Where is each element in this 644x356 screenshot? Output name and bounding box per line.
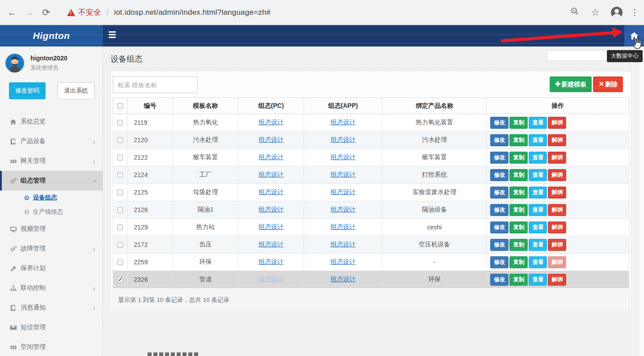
unbind-action-button[interactable]: 解绑	[548, 134, 566, 146]
view-action-button[interactable]: 查看	[529, 134, 547, 146]
sidebar-item-0[interactable]: 系统总览	[0, 112, 102, 131]
app-design-link[interactable]: 组态设计	[330, 206, 356, 213]
submenu-item-0[interactable]: ⊙设备组态	[0, 191, 102, 205]
row-checkbox[interactable]	[117, 225, 123, 230]
app-design-link[interactable]: 组态设计	[330, 275, 356, 283]
unbind-action-button[interactable]: 解绑	[548, 204, 566, 216]
row-checkbox[interactable]	[117, 207, 123, 213]
edit-action-button[interactable]: 修改	[490, 134, 508, 146]
row-checkbox[interactable]	[117, 190, 123, 195]
row-checkbox[interactable]	[117, 120, 123, 126]
copy-action-button[interactable]: 复制	[509, 152, 528, 164]
sidebar-toggle-icon[interactable]	[109, 31, 118, 39]
view-action-button[interactable]: 查看	[529, 221, 547, 233]
row-checkbox[interactable]	[117, 137, 123, 143]
view-action-button[interactable]: 查看	[529, 186, 547, 199]
sidebar-item-5[interactable]: 故障管理‹	[0, 239, 102, 259]
sidebar-item-9[interactable]: 短信管理	[0, 318, 102, 337]
zoom-out-icon[interactable]	[564, 7, 585, 18]
pc-design-link[interactable]: 组态设计	[258, 153, 284, 161]
edit-action-button[interactable]: 修改	[490, 256, 508, 268]
unbind-action-button[interactable]: 解绑	[548, 256, 566, 268]
unbind-action-button[interactable]: 解绑	[548, 239, 566, 251]
sidebar-item-6[interactable]: 保养计划	[0, 259, 102, 278]
brand-logo[interactable]: Hignton	[0, 25, 103, 47]
global-search-input[interactable]	[547, 50, 614, 61]
unbind-action-button[interactable]: 解绑	[548, 186, 566, 199]
select-all-checkbox[interactable]	[117, 103, 123, 109]
pc-design-link[interactable]: 组态设计	[258, 188, 284, 195]
app-design-link[interactable]: 组态设计	[330, 171, 356, 178]
security-status[interactable]: 不安全	[67, 7, 101, 17]
app-design-link[interactable]: 组态设计	[330, 241, 356, 248]
bookmark-star-icon[interactable]: ☆	[585, 7, 606, 18]
edit-action-button[interactable]: 修改	[490, 221, 508, 233]
copy-action-button[interactable]: 复制	[509, 274, 528, 286]
copy-action-button[interactable]: 复制	[509, 204, 528, 216]
view-action-button[interactable]: 查看	[529, 117, 547, 129]
app-design-link[interactable]: 组态设计	[330, 258, 356, 265]
row-checkbox[interactable]	[117, 259, 123, 265]
browser-reload-icon[interactable]: ⟳	[38, 7, 55, 18]
view-action-button[interactable]: 查看	[529, 169, 547, 181]
row-checkbox[interactable]	[117, 242, 123, 248]
row-checkbox[interactable]	[117, 155, 123, 161]
pc-design-link[interactable]: 组态设计	[258, 206, 284, 213]
edit-action-button[interactable]: 修改	[490, 204, 508, 216]
submenu-item-1[interactable]: ⊙生产线组态	[0, 205, 102, 219]
sidebar-item-3[interactable]: 组态管理‹	[0, 171, 102, 191]
page-scrollbar[interactable]	[639, 47, 644, 356]
view-action-button[interactable]: 查看	[529, 274, 547, 286]
sidebar-item-4[interactable]: 视频管理	[0, 219, 102, 239]
unbind-action-button[interactable]: 解绑	[548, 221, 566, 233]
browser-forward-icon[interactable]: →	[21, 7, 38, 18]
edit-action-button[interactable]: 修改	[490, 274, 508, 286]
view-action-button[interactable]: 查看	[529, 152, 547, 164]
sidebar-item-10[interactable]: 空间管理	[0, 337, 102, 356]
app-design-link[interactable]: 组态设计	[330, 153, 356, 161]
view-action-button[interactable]: 查看	[529, 239, 547, 251]
edit-action-button[interactable]: 修改	[490, 117, 508, 129]
pc-design-link[interactable]: 组态设计	[258, 258, 284, 265]
app-design-link[interactable]: 组态设计	[330, 223, 356, 230]
copy-action-button[interactable]: 复制	[509, 239, 528, 251]
pc-design-link[interactable]: 组态设计	[258, 136, 284, 143]
pc-design-link[interactable]: 组态设计	[258, 241, 284, 248]
view-action-button[interactable]: 查看	[529, 256, 547, 268]
change-password-button[interactable]: 修改密码	[9, 82, 46, 99]
edit-action-button[interactable]: 修改	[490, 169, 508, 181]
pc-design-link[interactable]: 组态设计	[258, 171, 284, 178]
unbind-action-button[interactable]: 解绑	[548, 152, 566, 164]
browser-menu-icon[interactable]: ⋮	[628, 7, 641, 17]
edit-action-button[interactable]: 修改	[490, 239, 508, 251]
delete-button[interactable]: ✕删除	[593, 76, 623, 92]
unbind-action-button[interactable]: 解绑	[548, 117, 566, 129]
row-checkbox[interactable]	[117, 172, 123, 178]
browser-profile-icon[interactable]	[611, 7, 623, 18]
copy-action-button[interactable]: 复制	[509, 221, 528, 233]
logout-button[interactable]: 退出系统	[57, 82, 95, 99]
edit-action-button[interactable]: 修改	[490, 186, 508, 199]
sidebar-item-8[interactable]: 消息通知‹	[0, 298, 102, 318]
unbind-action-button[interactable]: 解绑	[548, 274, 566, 286]
sidebar-item-7[interactable]: 联动控制‹	[0, 278, 102, 298]
pc-design-link[interactable]: 组态设计	[258, 223, 284, 230]
sidebar-item-1[interactable]: 产品设备‹	[0, 131, 102, 151]
view-action-button[interactable]: 查看	[529, 204, 547, 216]
address-bar-url[interactable]: iot.idosp.net/admin/index.html?language=…	[114, 8, 271, 17]
browser-back-icon[interactable]: ←	[4, 7, 21, 18]
edit-action-button[interactable]: 修改	[490, 152, 508, 164]
sidebar-item-2[interactable]: 网关管理‹	[0, 151, 102, 171]
template-search-input[interactable]	[113, 76, 198, 93]
row-checkbox[interactable]	[117, 277, 123, 283]
app-design-link[interactable]: 组态设计	[330, 188, 356, 195]
app-design-link[interactable]: 组态设计	[330, 136, 356, 143]
copy-action-button[interactable]: 复制	[509, 169, 528, 181]
copy-action-button[interactable]: 复制	[509, 117, 528, 129]
user-avatar[interactable]	[4, 53, 25, 73]
pc-design-link[interactable]: 组态设计	[258, 119, 284, 126]
copy-action-button[interactable]: 复制	[509, 134, 528, 146]
unbind-action-button[interactable]: 解绑	[548, 169, 566, 181]
new-template-button[interactable]: ✚新建模板	[550, 76, 592, 92]
copy-action-button[interactable]: 复制	[509, 186, 528, 199]
